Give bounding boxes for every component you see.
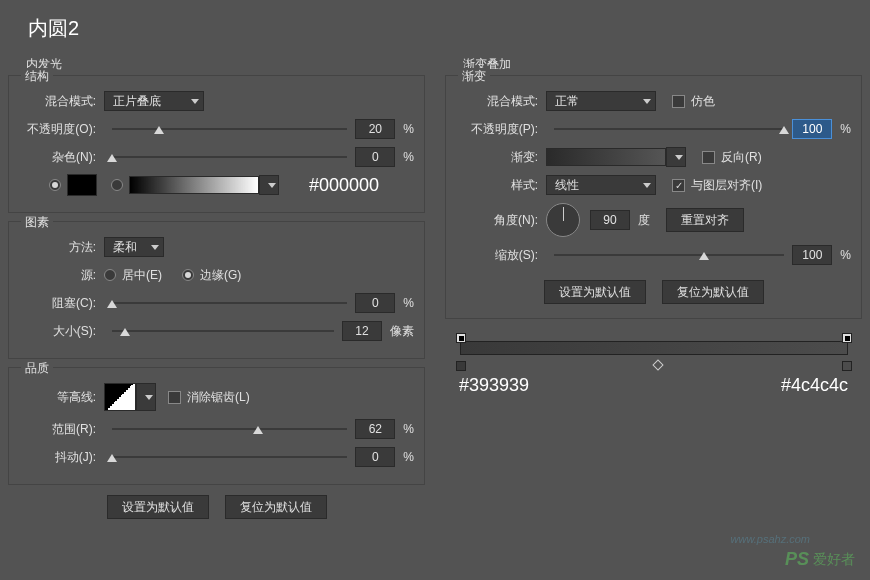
chevron-down-icon (151, 245, 159, 250)
go-make-default-button[interactable]: 设置为默认值 (544, 280, 646, 304)
jitter-input[interactable]: 0 (355, 447, 395, 467)
color-swatch[interactable] (67, 174, 97, 196)
choke-unit: % (403, 296, 414, 310)
color-stop-right[interactable] (842, 361, 852, 371)
go-opacity-input[interactable]: 100 (792, 119, 832, 139)
opacity-input[interactable]: 20 (355, 119, 395, 139)
inner-glow-header: 内发光 (26, 56, 425, 73)
gradient-radio[interactable] (111, 179, 123, 191)
opacity-stop-left[interactable] (456, 333, 466, 343)
color-stop-left[interactable] (456, 361, 466, 371)
reverse-checkbox[interactable] (702, 151, 715, 164)
go-blend-mode-label: 混合模式: (456, 93, 546, 110)
antialias-checkbox[interactable] (168, 391, 181, 404)
jitter-slider[interactable] (112, 447, 347, 467)
blend-mode-dropdown[interactable]: 正片叠底 (104, 91, 204, 111)
size-unit: 像素 (390, 323, 414, 340)
choke-slider[interactable] (112, 293, 347, 313)
contour-dropdown-arrow[interactable] (136, 383, 156, 411)
watermark-site: www.psahz.com (731, 533, 810, 545)
noise-label: 杂色(N): (19, 149, 104, 166)
contour-picker[interactable] (104, 383, 136, 411)
make-default-button[interactable]: 设置为默认值 (107, 495, 209, 519)
go-opacity-slider[interactable] (554, 119, 784, 139)
size-input[interactable]: 12 (342, 321, 382, 341)
color-hex-label: #000000 (309, 175, 379, 196)
noise-slider[interactable] (112, 147, 347, 167)
chevron-down-icon (675, 155, 683, 160)
reset-align-button[interactable]: 重置对齐 (666, 208, 744, 232)
technique-dropdown[interactable]: 柔和 (104, 237, 164, 257)
scale-input[interactable]: 100 (792, 245, 832, 265)
color-radio[interactable] (49, 179, 61, 191)
angle-unit: 度 (638, 212, 650, 229)
contour-label: 等高线: (19, 389, 104, 406)
range-input[interactable]: 62 (355, 419, 395, 439)
structure-label: 结构 (21, 68, 53, 85)
opacity-stop-right[interactable] (842, 333, 852, 343)
opacity-unit: % (403, 122, 414, 136)
blend-mode-value: 正片叠底 (113, 93, 161, 110)
gradient-editor[interactable] (454, 335, 854, 365)
midpoint-marker[interactable] (652, 359, 663, 370)
go-style-dropdown[interactable]: 线性 (546, 175, 656, 195)
chevron-down-icon (643, 99, 651, 104)
jitter-label: 抖动(J): (19, 449, 104, 466)
technique-value: 柔和 (113, 239, 137, 256)
go-blend-mode-value: 正常 (555, 93, 579, 110)
go-reset-default-button[interactable]: 复位为默认值 (662, 280, 764, 304)
angle-input[interactable]: 90 (590, 210, 630, 230)
gradient-group: 渐变 混合模式: 正常 仿色 不透明度(P): 100 % (445, 75, 862, 319)
source-label: 源: (19, 267, 104, 284)
range-unit: % (403, 422, 414, 436)
source-edge-radio[interactable] (182, 269, 194, 281)
go-gradient-dropdown-arrow[interactable] (666, 147, 686, 167)
gradient-bar[interactable] (460, 341, 848, 355)
chevron-down-icon (145, 395, 153, 400)
go-blend-mode-dropdown[interactable]: 正常 (546, 91, 656, 111)
antialias-label: 消除锯齿(L) (187, 389, 250, 406)
chevron-down-icon (643, 183, 651, 188)
scale-unit: % (840, 248, 851, 262)
size-slider[interactable] (112, 321, 334, 341)
watermark-brand: PS PS 爱好者 爱好者 (785, 549, 855, 570)
noise-unit: % (403, 150, 414, 164)
noise-input[interactable]: 0 (355, 147, 395, 167)
quality-label: 品质 (21, 360, 53, 377)
reset-default-button[interactable]: 复位为默认值 (225, 495, 327, 519)
source-center-label: 居中(E) (122, 267, 162, 284)
align-checkbox[interactable] (672, 179, 685, 192)
range-label: 范围(R): (19, 421, 104, 438)
go-style-value: 线性 (555, 177, 579, 194)
dither-label: 仿色 (691, 93, 715, 110)
structure-group: 结构 混合模式: 正片叠底 不透明度(O): 20 % 杂色(N): (8, 75, 425, 213)
dither-checkbox[interactable] (672, 95, 685, 108)
elements-label: 图素 (21, 214, 53, 231)
chevron-down-icon (268, 183, 276, 188)
stop-right-hex: #4c4c4c (781, 375, 848, 396)
gradient-swatch[interactable] (129, 176, 259, 194)
chevron-down-icon (191, 99, 199, 104)
source-edge-label: 边缘(G) (200, 267, 241, 284)
go-style-label: 样式: (456, 177, 546, 194)
opacity-slider[interactable] (112, 119, 347, 139)
gradient-dropdown-arrow[interactable] (259, 175, 279, 195)
range-slider[interactable] (112, 419, 347, 439)
technique-label: 方法: (19, 239, 104, 256)
go-opacity-label: 不透明度(P): (456, 121, 546, 138)
scale-slider[interactable] (554, 245, 784, 265)
reverse-label: 反向(R) (721, 149, 762, 166)
scale-label: 缩放(S): (456, 247, 546, 264)
angle-label: 角度(N): (456, 212, 546, 229)
page-title: 内圆2 (0, 0, 870, 52)
align-label: 与图层对齐(I) (691, 177, 762, 194)
source-center-radio[interactable] (104, 269, 116, 281)
opacity-label: 不透明度(O): (19, 121, 104, 138)
size-label: 大小(S): (19, 323, 104, 340)
blend-mode-label: 混合模式: (19, 93, 104, 110)
choke-input[interactable]: 0 (355, 293, 395, 313)
stop-left-hex: #393939 (459, 375, 529, 396)
angle-dial[interactable] (546, 203, 580, 237)
gradient-overlay-header: 渐变叠加 (463, 56, 862, 73)
go-gradient-picker[interactable] (546, 148, 666, 166)
